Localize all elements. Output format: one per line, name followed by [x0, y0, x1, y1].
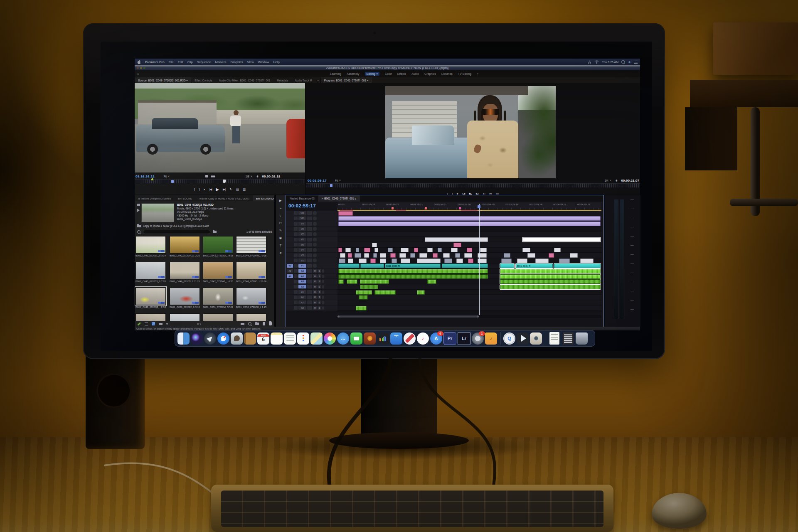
bin-item-thumbnail[interactable] — [135, 262, 166, 279]
dock-icon-photos[interactable] — [324, 332, 336, 345]
source-green-marker[interactable] — [151, 178, 153, 180]
bin-item[interactable]: B001_C051_07202M...57:02 — [203, 288, 233, 308]
bin-filter-folder-icon[interactable] — [213, 231, 217, 233]
timeline-clip[interactable] — [345, 248, 351, 252]
menu-item[interactable]: Clip — [187, 60, 193, 64]
selection-tool[interactable]: ▶ — [279, 199, 282, 202]
bin-item[interactable]: B001_C043_0720XD_...8:16 — [203, 236, 233, 257]
timeline-clip[interactable] — [433, 253, 438, 258]
poster-frame-icon[interactable] — [137, 204, 140, 206]
track-lock-toggle[interactable] — [294, 285, 298, 288]
source-patch-v5[interactable] — [287, 243, 293, 246]
track-name-a1[interactable]: A1 — [298, 269, 306, 273]
menu-item[interactable]: Edit — [178, 60, 183, 64]
menu-app-name[interactable]: Premiere Pro — [145, 60, 165, 64]
timeline-clip[interactable] — [500, 274, 601, 279]
timeline-scrollbar[interactable] — [337, 315, 601, 318]
timeline-clip[interactable] — [455, 253, 461, 258]
menu-clock[interactable]: Thu 6:25 AM — [602, 61, 618, 64]
dock-icon-lightroom[interactable]: Lr — [458, 332, 470, 345]
program-resolution-select[interactable]: 1/4˅ — [605, 179, 611, 182]
timeline-clip[interactable] — [517, 259, 527, 263]
type-tool[interactable]: T — [280, 244, 282, 247]
timeline-current-timecode[interactable]: 00:02:59:17 — [288, 203, 316, 208]
track-solo-button[interactable]: S — [318, 290, 321, 294]
track-lock-toggle[interactable] — [294, 274, 298, 278]
source-transport-control[interactable]: ▶| — [223, 187, 226, 191]
timeline-clip[interactable] — [527, 253, 535, 258]
airdrop-icon[interactable] — [588, 60, 591, 64]
source-patch-a4[interactable] — [287, 285, 293, 288]
track-record-mic-icon[interactable] — [322, 269, 324, 273]
track-mute-button[interactable]: M — [313, 285, 317, 288]
workspace-tab-effects[interactable]: Effects — [397, 72, 406, 75]
timeline-clip[interactable] — [380, 259, 387, 263]
source-patch-v6[interactable] — [287, 238, 293, 241]
panel-tab[interactable]: Metadata — [273, 77, 291, 83]
track-eye-toggle[interactable] — [313, 259, 317, 262]
timeline-clip[interactable] — [570, 253, 578, 258]
source-transport-control[interactable]: ▶ — [216, 187, 219, 192]
bin-item-thumbnail[interactable] — [170, 262, 200, 279]
track-eye-toggle[interactable] — [313, 222, 317, 226]
timeline-clip[interactable] — [464, 253, 472, 258]
source-settings-icon[interactable] — [205, 175, 208, 177]
program-zoom-select[interactable]: Fit˅ — [335, 179, 341, 182]
workspace-overflow-chevron[interactable]: » — [477, 72, 478, 75]
timeline-clip[interactable] — [427, 279, 436, 284]
control-center-icon[interactable] — [634, 61, 638, 64]
timeline-clip[interactable] — [500, 269, 601, 273]
track-monitor-toggle[interactable] — [307, 306, 312, 310]
bin-item-thumbnail[interactable] — [203, 262, 233, 279]
track-output-toggle[interactable] — [307, 222, 312, 226]
source-patch-v9[interactable] — [287, 222, 293, 226]
bin-item[interactable]: B001_C047_0720A7_...0:20 — [203, 262, 233, 283]
source-resolution-select[interactable]: 1/8˅ — [246, 175, 252, 178]
sequence-marker[interactable] — [459, 207, 461, 209]
timeline-clip[interactable] — [504, 253, 510, 258]
pen-tool[interactable]: ✎ — [279, 229, 282, 232]
source-patch-v2[interactable] — [287, 259, 293, 262]
track-name-a3[interactable]: A3 — [298, 280, 306, 283]
track-mute-button[interactable]: M — [313, 300, 317, 304]
track-record-mic-icon[interactable] — [322, 306, 324, 310]
workspace-tab-assembly[interactable]: Assembly — [347, 72, 359, 75]
track-eye-toggle[interactable] — [313, 243, 317, 246]
panel-tab[interactable]: Audio Track M — [291, 77, 315, 83]
clip-preview-thumbnail[interactable] — [141, 203, 174, 222]
timeline-clip[interactable] — [340, 253, 345, 258]
timeline-clip[interactable] — [370, 259, 376, 263]
new-bin-icon[interactable] — [255, 323, 259, 325]
track-solo-button[interactable]: S — [318, 280, 321, 283]
dock-icon-image-capture[interactable] — [530, 332, 542, 345]
timeline-clip[interactable] — [356, 248, 359, 252]
timeline-clip[interactable] — [427, 248, 433, 252]
timeline-clip[interactable] — [360, 279, 389, 284]
timeline-playhead-head[interactable] — [478, 205, 480, 208]
track-output-toggle[interactable] — [307, 254, 312, 257]
timeline-clip[interactable] — [338, 279, 344, 284]
track-record-mic-icon[interactable] — [322, 280, 324, 283]
bin-item[interactable]: B001_C052_0720CK_0...3:15 — [236, 288, 266, 308]
timeline-clip[interactable] — [419, 253, 427, 258]
dock-icon-calendar[interactable]: 6 — [257, 332, 269, 345]
timeline-clip[interactable] — [338, 222, 601, 226]
track-output-toggle[interactable] — [307, 211, 312, 215]
track-lock-toggle[interactable] — [294, 222, 298, 226]
source-patch-a3[interactable] — [287, 280, 293, 283]
hand-tool[interactable]: ◉ — [279, 236, 282, 240]
timeline-clip[interactable] — [392, 259, 397, 263]
workspace-tab-color[interactable]: Color — [385, 72, 392, 75]
find-icon[interactable] — [248, 322, 251, 325]
timeline-clip[interactable] — [425, 237, 488, 242]
new-item-icon[interactable] — [263, 322, 265, 325]
track-output-toggle[interactable] — [307, 248, 312, 252]
source-patch-v7[interactable] — [287, 232, 293, 236]
track-monitor-toggle[interactable] — [307, 290, 312, 294]
timeline-clip[interactable] — [554, 248, 561, 252]
timeline-clip[interactable] — [467, 248, 472, 252]
track-output-toggle[interactable] — [307, 238, 312, 241]
track-name-a2[interactable]: A2 — [298, 274, 306, 278]
track-output-toggle[interactable] — [307, 227, 312, 231]
timeline-clip[interactable]: B001_C046_TI — [385, 264, 440, 268]
